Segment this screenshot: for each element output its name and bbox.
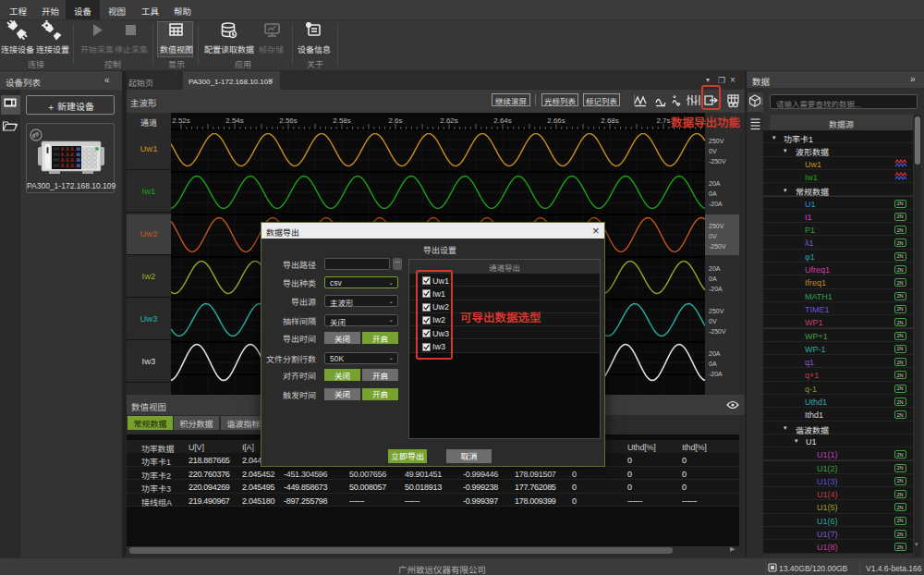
svg-text:2.64s: 2.64s bbox=[493, 116, 512, 125]
svg-text:2.56s: 2.56s bbox=[279, 116, 298, 125]
svg-text:2.6s: 2.6s bbox=[388, 116, 402, 125]
svg-text:2.58s: 2.58s bbox=[333, 116, 351, 125]
svg-text:2.7s: 2.7s bbox=[656, 116, 670, 125]
svg-text:8.8.8.8: 8.8.8.8 bbox=[61, 147, 79, 152]
svg-text:2.66s: 2.66s bbox=[547, 116, 565, 125]
svg-text:8.8.8.8: 8.8.8.8 bbox=[61, 153, 79, 157]
svg-text:2.52s: 2.52s bbox=[172, 116, 190, 125]
svg-text:2.68s: 2.68s bbox=[601, 116, 619, 125]
svg-text:8.8.8.8: 8.8.8.8 bbox=[61, 164, 79, 168]
svg-text:2.62s: 2.62s bbox=[440, 116, 458, 125]
svg-text:8.8.8.8: 8.8.8.8 bbox=[61, 158, 79, 163]
svg-text:2.54s: 2.54s bbox=[225, 116, 244, 125]
